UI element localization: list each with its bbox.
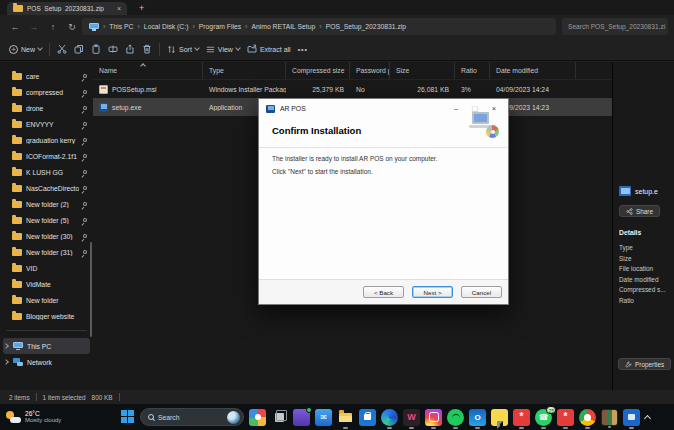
rename-icon[interactable] (108, 44, 118, 54)
explorer-tab[interactable]: POS_Setup_20230831.zip × (7, 2, 127, 15)
view-button[interactable]: View (206, 45, 240, 54)
sidebar-item-nascachedirector[interactable]: NasCacheDirector (0, 180, 93, 196)
extract-all-button[interactable]: Extract all (247, 44, 291, 54)
sidebar-item-drone[interactable]: drone (0, 100, 93, 116)
chevron-right-icon[interactable] (3, 343, 9, 349)
this-pc-icon (13, 342, 23, 350)
column-size[interactable]: Size (390, 62, 455, 79)
breadcrumb-animo-retail-setup[interactable]: Animo RETAIL Setup (251, 23, 315, 30)
burst-app-2-icon[interactable]: * (557, 409, 574, 426)
column-name[interactable]: Name (93, 62, 203, 79)
sort-button[interactable]: Sort (167, 45, 199, 54)
cut-icon[interactable] (57, 44, 67, 54)
pin-icon (82, 73, 88, 79)
paste-icon[interactable] (91, 44, 101, 54)
column-password[interactable]: Password p... (350, 62, 390, 79)
share-button[interactable]: Share (619, 205, 660, 217)
chrome-browser-icon[interactable] (579, 409, 596, 426)
chevron-right-icon[interactable] (3, 359, 9, 365)
details-field-file-location: File location (619, 264, 674, 275)
spotify-app-icon[interactable] (447, 409, 464, 426)
breadcrumb-this-pc[interactable]: This PC (109, 23, 133, 30)
tab-close-icon[interactable]: × (117, 5, 121, 12)
more-options-icon[interactable]: ••• (298, 46, 308, 53)
sticky-notes-icon[interactable] (491, 409, 508, 426)
cancel-button[interactable]: Cancel (461, 286, 502, 298)
folder-icon (12, 233, 22, 240)
sidebar-item-blogger-website[interactable]: Blogger website (0, 308, 93, 324)
column-ratio[interactable]: Ratio (455, 62, 490, 79)
new-tab-button[interactable]: + (139, 2, 144, 15)
sidebar-item-vid[interactable]: VID (0, 260, 93, 276)
instagram-app-icon[interactable] (425, 409, 442, 426)
mail-app-icon[interactable]: ✉ (315, 409, 332, 426)
file-explorer-taskbar-icon[interactable] (337, 409, 354, 426)
sidebar-item-icoformat[interactable]: ICOFormat-2.1f1 (0, 148, 93, 164)
up-icon[interactable]: ↑ (44, 22, 62, 32)
breadcrumb-local-disk[interactable]: Local Disk (C:) (144, 23, 189, 30)
edge-browser-icon[interactable] (381, 409, 398, 426)
column-type[interactable]: Type (203, 62, 286, 79)
network-icon (13, 358, 23, 366)
share-icon[interactable] (125, 44, 135, 54)
taskbar-search[interactable]: Search (140, 408, 244, 426)
microsoft-store-icon[interactable] (359, 409, 376, 426)
back-icon[interactable]: ← (6, 22, 24, 32)
msi-file-icon (99, 85, 108, 94)
winrar-app-icon[interactable] (601, 409, 618, 426)
sidebar-item-this-pc[interactable]: This PC (3, 338, 90, 354)
sidebar-item-new-folder-2[interactable]: New folder (2) (0, 196, 93, 212)
details-field-date-modified: Date modified (619, 275, 674, 286)
refresh-icon[interactable]: ↻ (63, 22, 81, 32)
sidebar-item-graduation-kerry[interactable]: graduation kerry (0, 132, 93, 148)
burst-app-icon[interactable]: * (513, 409, 530, 426)
navigation-pane: care compressed drone ENVYYY graduation … (0, 62, 93, 390)
chevron-down-icon (194, 45, 200, 51)
delete-icon[interactable] (142, 44, 152, 54)
remote-app-icon[interactable] (623, 409, 640, 426)
column-date-modified[interactable]: Date modified (490, 62, 576, 79)
start-button[interactable] (121, 410, 135, 424)
sidebar-item-new-folder[interactable]: New folder (0, 292, 93, 308)
sidebar-item-new-folder-30[interactable]: New folder (30) (0, 228, 93, 244)
new-button[interactable]: + New (9, 45, 42, 54)
breadcrumb-separator: › (103, 23, 105, 30)
forward-icon[interactable]: → (25, 22, 43, 32)
divider (36, 393, 37, 401)
sidebar-item-envyyy[interactable]: ENVYYY (0, 116, 93, 132)
breadcrumb-zip[interactable]: POS_Setup_20230831.zip (326, 23, 407, 30)
sidebar-item-network[interactable]: Network (0, 354, 93, 370)
dev-app-icon[interactable] (293, 409, 310, 426)
search-input[interactable]: Search POS_Setup_20230831.zi (562, 18, 668, 35)
whatsapp-icon[interactable]: ☎25 (535, 409, 552, 426)
sidebar-item-vidmate[interactable]: VidMate (0, 276, 93, 292)
details-heading: Details (619, 229, 674, 236)
details-field-ratio: Ratio (619, 296, 674, 307)
folder-icon (12, 265, 22, 272)
sidebar-item-care[interactable]: care (0, 68, 93, 84)
sidebar-item-new-folder-5[interactable]: New folder (5) (0, 212, 93, 228)
back-button[interactable]: < Back (363, 286, 404, 298)
search-label: Search (158, 414, 180, 421)
outlook-app-icon[interactable]: O (469, 409, 486, 426)
layers-app-icon[interactable] (271, 409, 288, 426)
sidebar-item-new-folder-31[interactable]: New folder (31) (0, 244, 93, 260)
minimize-icon[interactable]: – (449, 104, 463, 113)
breadcrumb-program-files[interactable]: Program Files (199, 23, 241, 30)
photos-app-icon[interactable] (249, 409, 266, 426)
next-button[interactable]: Next > (412, 286, 453, 298)
sidebar-item-compressed[interactable]: compressed (0, 84, 93, 100)
table-row-possetup-msi[interactable]: POSSetup.msi Windows Installer Package 2… (93, 80, 612, 98)
show-hidden-icons-chevron[interactable] (644, 415, 651, 422)
status-bar: 2 items 1 item selected 800 KB (0, 390, 674, 404)
w-app-icon[interactable]: W (403, 409, 420, 426)
weather-widget[interactable]: 26°C Mostly cloudy (6, 410, 61, 424)
sidebar-item-k-lush-gg[interactable]: K LUSH GG (0, 164, 93, 180)
chevron-down-icon (235, 45, 241, 51)
column-compressed-size[interactable]: Compressed size (286, 62, 350, 79)
taskbar: 26°C Mostly cloudy Search ✉ W O (0, 404, 674, 430)
properties-button[interactable]: Properties (618, 358, 671, 370)
sidebar-scrollbar[interactable] (90, 242, 92, 337)
breadcrumb[interactable]: › This PC › Local Disk (C:) › Program Fi… (82, 18, 556, 35)
copy-icon[interactable] (74, 44, 84, 54)
